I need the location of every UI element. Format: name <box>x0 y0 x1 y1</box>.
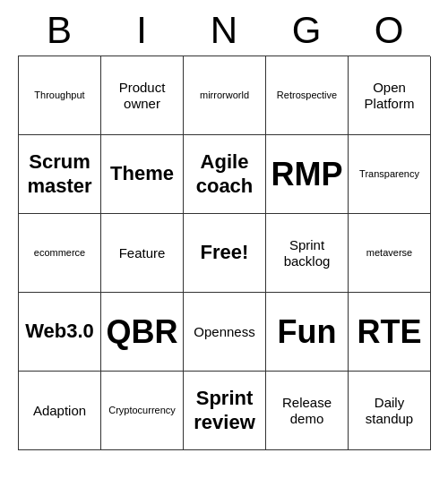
cell-3-0: Web3.0 <box>19 293 101 372</box>
cell-2-0: ecommerce <box>19 214 101 293</box>
cell-text-0-1: Product owner <box>105 80 179 112</box>
cell-text-0-2: mirrorworld <box>200 90 249 101</box>
cell-text-4-0: Adaption <box>33 403 86 419</box>
cell-1-2: Agile coach <box>184 135 266 214</box>
cell-text-3-4: RTE <box>358 312 422 351</box>
cell-text-4-2: Sprint review <box>187 387 262 434</box>
cell-1-0: Scrum master <box>19 135 101 214</box>
cell-text-2-0: ecommerce <box>34 247 85 259</box>
cell-0-3: Retrospective <box>266 56 349 135</box>
cell-0-0: Throughput <box>19 56 101 135</box>
cell-text-1-4: Transparency <box>359 168 419 180</box>
cell-text-4-4: Daily standup <box>352 395 426 427</box>
cell-1-3: RMP <box>266 135 349 214</box>
title-letter-N: N <box>183 9 265 52</box>
cell-text-1-3: RMP <box>271 155 343 193</box>
cell-0-4: Open Platform <box>349 56 431 135</box>
cell-text-0-3: Retrospective <box>277 90 337 101</box>
cell-3-1: QBR <box>101 293 184 372</box>
cell-text-3-3: Fun <box>278 312 337 351</box>
cell-3-2: Openness <box>184 293 266 372</box>
cell-text-4-3: Release demo <box>270 395 344 427</box>
cell-2-4: metaverse <box>349 214 431 293</box>
cell-4-0: Adaption <box>19 372 101 450</box>
bingo-header: BINGO <box>18 9 430 52</box>
cell-0-2: mirrorworld <box>184 56 266 135</box>
cell-text-3-1: QBR <box>107 312 178 351</box>
cell-text-1-1: Theme <box>110 162 174 185</box>
cell-text-2-1: Feature <box>119 245 166 261</box>
cell-4-4: Daily standup <box>349 372 431 450</box>
bingo-grid: ThroughputProduct ownermirrorworldRetros… <box>18 56 430 450</box>
cell-4-2: Sprint review <box>184 372 266 450</box>
cell-text-0-0: Throughput <box>34 90 84 101</box>
cell-text-4-1: Cryptocurrency <box>108 405 176 416</box>
cell-0-1: Product owner <box>101 56 184 135</box>
cell-1-1: Theme <box>101 135 184 214</box>
cell-text-0-4: Open Platform <box>352 80 426 112</box>
cell-3-4: RTE <box>349 293 431 372</box>
cell-2-1: Feature <box>101 214 184 293</box>
cell-text-1-2: Agile coach <box>187 150 262 198</box>
cell-4-1: Cryptocurrency <box>101 372 184 450</box>
cell-3-3: Fun <box>266 293 349 372</box>
cell-2-2: Free! <box>184 214 266 293</box>
title-letter-G: G <box>265 9 348 52</box>
cell-text-3-0: Web3.0 <box>25 320 94 343</box>
cell-text-1-0: Scrum master <box>22 150 97 198</box>
cell-2-3: Sprint backlog <box>266 214 349 293</box>
cell-text-2-3: Sprint backlog <box>270 237 344 269</box>
cell-1-4: Transparency <box>349 135 431 214</box>
cell-text-2-2: Free! <box>201 241 249 264</box>
cell-text-3-2: Openness <box>194 324 254 340</box>
title-letter-I: I <box>100 9 183 52</box>
cell-text-2-4: metaverse <box>366 247 412 259</box>
title-letter-B: B <box>18 9 100 52</box>
cell-4-3: Release demo <box>266 372 349 450</box>
title-letter-O: O <box>348 9 430 52</box>
